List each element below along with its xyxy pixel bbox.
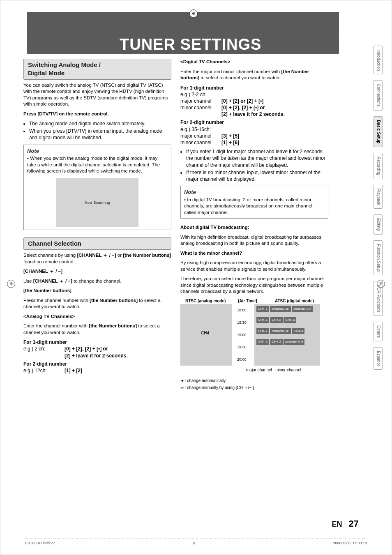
eg1-label: e.g.) 2 ch: [23, 345, 65, 359]
sec3-note: Note • In digital TV broadcasting, 2 or … [180, 186, 328, 219]
tab-espanol[interactable]: Español [374, 347, 383, 369]
tab-function-setup[interactable]: Function Setup [374, 240, 383, 275]
tab-vcr-functions[interactable]: VCR Functions [374, 281, 383, 316]
t: Enter the major and minor channel number… [180, 69, 281, 74]
t: Enter the channel number with [23, 323, 89, 328]
ch-cell: CH4-1 [256, 306, 269, 312]
eg2-label: e.g.) 12ch: [23, 367, 65, 374]
sec3-h5: What is the minor channel? [180, 250, 328, 257]
sec3-b1: If you enter 1 digit for major channel a… [186, 148, 328, 168]
ch-cell: smallest CH [270, 328, 291, 334]
page-title: TUNER SETTINGS [120, 34, 261, 55]
ch-cell: CH4-2 [270, 317, 283, 323]
t: Use [23, 279, 33, 283]
major-val2: [3] + [5] [221, 133, 328, 139]
tab-others[interactable]: Others [374, 322, 383, 341]
minor-val2: [1] + [6] [221, 139, 328, 146]
sec3-major-row: major channel [0] + [2] or [2] + [•] [180, 98, 328, 104]
ch-cell: smallest CH [284, 339, 304, 345]
time-row: 18:30 [237, 316, 247, 329]
time-row: 18:00 [237, 304, 247, 316]
t: : change automatically [184, 378, 226, 383]
sec3-h3: For 2-digit number [180, 119, 328, 126]
sec3-p3: By using high compression technology, di… [180, 260, 328, 272]
minor-label2: minor channel [180, 139, 221, 146]
t: Press the channel number with [23, 298, 90, 303]
sec1-note-body: When you switch the analog mode to the d… [27, 156, 160, 173]
t: [the Number buttons] [89, 323, 137, 328]
ch-cell: CH4-3 [284, 317, 296, 323]
ch-cell: CH4-1 [256, 317, 269, 323]
footer-left: E9C80UD.indd 27 [25, 541, 55, 546]
page-num: 27 [349, 518, 359, 529]
sec1-note: Note • When you switch the analog mode t… [23, 145, 171, 230]
sec3-p4: Therefore, you can select more than one … [180, 276, 328, 295]
t: found on remote control. [23, 259, 75, 264]
sec3-b2: If there is no minor channel input, lowe… [186, 169, 328, 182]
sec3-note-body: In digital TV broadcasting, 2 or more ch… [184, 197, 314, 215]
t: [the Number buttons] [123, 253, 171, 258]
sec3-major2: major channel [3] + [5] [180, 133, 328, 139]
t: [0] + [2], [2] + [•] or [65, 346, 108, 352]
time-row: 19:00 [237, 329, 247, 341]
t: to change the channel. [72, 279, 122, 283]
right-column: <Digital TV Channels> Enter the major an… [180, 59, 328, 391]
t: [2] + leave it for 2 seconds. [65, 353, 128, 359]
sec3-minor2: minor channel [1] + [6] [180, 139, 328, 146]
diag-caption: major channel minor channel [246, 367, 301, 373]
minor-val: [0] + [2], [2] + [•] or [2] + leave it f… [221, 104, 328, 117]
sec2-h5: For 2-digit number [23, 361, 171, 367]
minor-label: minor channel [180, 104, 221, 117]
channel-diagram: NTSC (analog mode) [Air Time] ATSC (digi… [180, 298, 320, 376]
footer-meta: E9C80UD.indd 27 ⊕ 2006/12/19 14:03:10 [25, 539, 367, 546]
note-title2: Note [184, 189, 325, 196]
diag-atsc-grid: CH4-1smallest CHsmallest CH CH4-1CH4-2CH… [256, 306, 313, 345]
t: or [116, 253, 123, 258]
sec1-bullets: The analog mode and digital mode switch … [23, 120, 171, 141]
tab-editing[interactable]: Editing [374, 214, 383, 235]
t: [CHANNEL ＋ / −] [77, 253, 116, 258]
side-tabs: Introduction Connections Basic Setup Rec… [374, 46, 383, 370]
registration-mark-top: ⊕ [189, 9, 198, 18]
note-title: Note [27, 147, 168, 155]
tab-basic-setup[interactable]: Basic Setup [374, 116, 383, 147]
diag-air-hdr: [Air Time] [238, 298, 257, 304]
t: to select a channel you want to watch. [199, 75, 281, 80]
sec3-h2: For 1-digit number [180, 85, 328, 91]
ch-cell: CH4-3 [292, 328, 304, 334]
major-val: [0] + [2] or [2] + [•] [221, 98, 328, 104]
legend-manual: ⇔ : change manually by using [CH ＋/− ] [180, 385, 328, 391]
registration-mark-left: ⊕ [7, 280, 15, 288]
tab-connections[interactable]: Connections [374, 80, 383, 111]
eg-2-row: e.g.) 12ch: [1] + [2] [23, 367, 171, 374]
tab-recording[interactable]: Recording [374, 153, 383, 179]
cap-minor: minor channel [275, 368, 301, 372]
tab-playback[interactable]: Playback [374, 185, 383, 209]
sec1-bullet1: The analog mode and digital mode switch … [29, 120, 171, 127]
ch-cell: smallest CH [292, 306, 313, 312]
legend-auto: ➜ : change automatically [180, 378, 328, 384]
diag-atsc-hdr: ATSC (digital mode) [275, 298, 314, 304]
sec1-bullet2: When you press [DTV/TV] in external inpu… [29, 128, 171, 141]
sec2-h4: For 1-digit number [23, 339, 171, 345]
tab-introduction[interactable]: Introduction [374, 46, 383, 74]
major-label2: major channel [180, 133, 221, 139]
sec2-h1: [CHANNEL ＋ / −] [23, 268, 171, 275]
page-number: EN 27 [332, 518, 359, 530]
sec3-eg1: e.g.) 2-2 ch: [180, 91, 328, 98]
sec1-press: Press [DTV/TV] on the remote control. [23, 111, 171, 117]
eg2-val: [1] + [2] [65, 367, 171, 374]
diag-ntsc-lbl: CH4 [201, 330, 209, 336]
sec3-p2: With its high definition broadcast, digi… [180, 234, 328, 247]
left-column: Switching Analog Mode / Digital Mode You… [23, 59, 171, 391]
eg1-val: [0] + [2], [2] + [•] or [2] + leave it f… [65, 345, 171, 359]
sec2-h2: [the Number buttons] [23, 288, 171, 294]
t: [the Number buttons] [90, 298, 138, 303]
sec3-h4: About digital TV broadcasting: [180, 224, 328, 231]
t: [0] + [2], [2] + [•] or [221, 105, 265, 111]
ch-cell: CH4-1 [256, 328, 269, 334]
header-strip [27, 12, 339, 32]
sec2-p2: Use [CHANNEL ＋ / −] to change the channe… [23, 278, 171, 285]
sec2-h3: <Analog TV Channels> [23, 313, 171, 320]
sec3-minor-row: minor channel [0] + [2], [2] + [•] or [2… [180, 104, 328, 117]
